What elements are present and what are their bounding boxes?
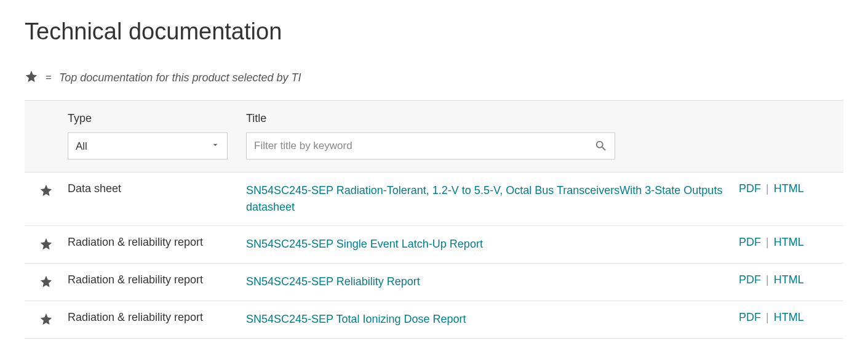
doc-title-link[interactable]: SN54SC245-SEP Total Ionizing Dose Report [246,313,466,325]
star-icon [39,275,53,291]
table-row: Radiation & reliability reportSN54SC245-… [25,226,843,264]
doc-type: Radiation & reliability report [68,236,203,248]
legend-description: Top documentation for this product selec… [59,71,301,84]
title-header-label: Title [246,112,727,125]
type-header-label: Type [68,112,234,125]
title-filter-input[interactable] [246,132,615,160]
link-separator: | [766,236,769,248]
doc-table: Type All Title Data sheetSN54SC245-SEP R… [25,100,843,339]
pdf-link[interactable]: PDF [739,182,761,195]
doc-title-link[interactable]: SN54SC245-SEP Single Event Latch-Up Repo… [246,238,483,250]
legend: = Top documentation for this product sel… [25,70,843,86]
star-icon [39,184,53,200]
link-separator: | [766,273,769,286]
star-icon [39,312,53,328]
html-link[interactable]: HTML [774,236,804,248]
pdf-link[interactable]: PDF [739,311,761,323]
table-header: Type All Title [25,100,843,172]
link-separator: | [766,182,769,195]
table-row: Radiation & reliability reportSN54SC245-… [25,264,843,301]
doc-title-link[interactable]: SN54SC245-SEP Radiation-Tolerant, 1.2-V … [246,184,722,213]
doc-title-link[interactable]: SN54SC245-SEP Reliability Report [246,275,420,288]
link-separator: | [766,311,769,323]
html-link[interactable]: HTML [774,273,804,286]
html-link[interactable]: HTML [774,311,804,323]
pdf-link[interactable]: PDF [739,236,761,248]
star-icon [25,70,38,86]
type-filter-select[interactable]: All [68,132,228,160]
pdf-link[interactable]: PDF [739,273,761,286]
legend-equals: = [46,71,52,84]
table-row: Data sheetSN54SC245-SEP Radiation-Tolera… [25,172,843,226]
doc-type: Radiation & reliability report [68,273,203,286]
table-row: Radiation & reliability reportSN54SC245-… [25,301,843,339]
star-icon [39,237,53,253]
html-link[interactable]: HTML [774,182,804,195]
table-body: Data sheetSN54SC245-SEP Radiation-Tolera… [25,172,843,339]
doc-type: Radiation & reliability report [68,311,203,323]
page-title: Technical documentation [25,18,843,45]
doc-type: Data sheet [68,182,121,195]
